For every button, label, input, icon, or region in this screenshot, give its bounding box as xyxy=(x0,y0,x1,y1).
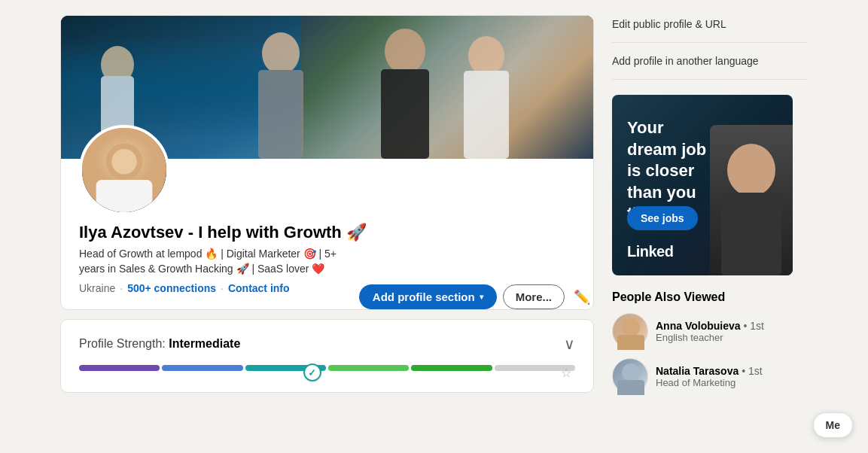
progress-bar-container: ✓ ☆ xyxy=(79,365,575,377)
strength-prefix: Profile Strength: xyxy=(79,337,166,350)
person-2-name[interactable]: Natalia Tarasova • 1st xyxy=(656,365,763,377)
see-jobs-button[interactable]: See jobs xyxy=(627,206,698,230)
connections-link[interactable]: 500+ connections xyxy=(127,282,216,294)
edit-public-profile-link[interactable]: Edit public profile & URL xyxy=(612,15,808,33)
person-1-name[interactable]: Anna Volobuieva • 1st xyxy=(656,320,764,332)
person-avatar-2 xyxy=(612,358,648,394)
strength-level: Intermediate xyxy=(169,337,240,350)
svg-rect-5 xyxy=(381,69,429,159)
page-layout: Add profile section ▾ More... ✏️ Ilya Az… xyxy=(0,0,868,418)
more-label: More... xyxy=(516,290,552,303)
add-language-link[interactable]: Add profile in another language xyxy=(612,52,808,70)
progress-segments xyxy=(79,365,575,371)
svg-rect-12 xyxy=(721,193,781,275)
strength-collapse-button[interactable]: ∨ xyxy=(564,335,575,353)
pencil-icon: ✏️ xyxy=(574,290,590,305)
person-1-degree: • 1st xyxy=(743,320,763,332)
svg-rect-7 xyxy=(464,71,509,159)
people-also-viewed-title: People Also Viewed xyxy=(612,290,808,304)
floating-me-button[interactable]: Me xyxy=(813,412,853,438)
progress-star-icon[interactable]: ☆ xyxy=(557,363,575,382)
progress-segment-1 xyxy=(79,365,160,371)
profile-card: Add profile section ▾ More... ✏️ Ilya Az… xyxy=(60,15,594,310)
cover-person-figure-3 xyxy=(370,20,441,159)
svg-point-4 xyxy=(385,29,425,74)
floating-me-label: Me xyxy=(826,419,840,431)
svg-point-15 xyxy=(622,363,640,382)
ad-box: Your dream job is closer than you think … xyxy=(612,95,793,275)
contact-info-link[interactable]: Contact info xyxy=(228,282,290,294)
add-profile-section-label: Add profile section xyxy=(373,290,475,303)
add-profile-section-button[interactable]: Add profile section ▾ xyxy=(359,284,497,309)
progress-segment-2 xyxy=(162,365,242,371)
person-1-title: English teacher xyxy=(656,332,764,343)
progress-segment-5 xyxy=(411,365,492,371)
sidebar-divider-2 xyxy=(612,79,808,80)
headline-line-2: years in Sales & Growth Hacking 🚀 | SaaS… xyxy=(79,263,324,275)
headline-line-1: Head of Growth at lempod 🔥 | Digital Mar… xyxy=(79,248,337,260)
avatar xyxy=(79,125,169,215)
person-1-info: Anna Volobuieva • 1st English teacher xyxy=(656,320,764,343)
person-2-degree: • 1st xyxy=(742,365,762,377)
profile-location: Ukraine xyxy=(79,282,115,294)
svg-point-13 xyxy=(622,318,640,336)
person-avatar-1 xyxy=(612,313,648,349)
svg-rect-14 xyxy=(617,335,644,350)
strength-header: Profile Strength: Intermediate ∨ xyxy=(79,335,575,353)
svg-rect-16 xyxy=(617,380,644,395)
people-also-viewed-section: People Also Viewed Anna Volobuieva • 1st… xyxy=(612,290,808,403)
cover-person-figure-4 xyxy=(455,27,519,159)
ad-person-image xyxy=(710,125,793,275)
svg-point-10 xyxy=(111,149,137,175)
profile-headline: Head of Growth at lempod 🔥 | Digital Mar… xyxy=(79,247,575,276)
person-2-info: Natalia Tarasova • 1st Head of Marketing xyxy=(656,365,763,388)
chevron-down-icon: ▾ xyxy=(480,293,483,301)
svg-point-2 xyxy=(262,32,300,74)
more-button[interactable]: More... xyxy=(503,284,565,309)
person-2-avatar-illustration xyxy=(613,359,649,395)
linkedin-logo: Linked xyxy=(627,243,673,260)
edit-button[interactable]: ✏️ xyxy=(571,286,593,309)
person-item-1: Anna Volobuieva • 1st English teacher xyxy=(612,313,808,349)
progress-checkmark-icon: ✓ xyxy=(303,363,321,382)
cover-right-photo xyxy=(300,16,593,159)
profile-info-area: Add profile section ▾ More... ✏️ Ilya Az… xyxy=(61,159,593,309)
profile-name: Ilya Azovtsev - I help with Growth 🚀 xyxy=(79,223,575,242)
svg-point-11 xyxy=(727,144,775,196)
right-sidebar: Edit public profile & URL Add profile in… xyxy=(612,15,808,403)
person-2-title: Head of Marketing xyxy=(656,377,763,388)
svg-point-6 xyxy=(468,36,504,75)
action-buttons: Add profile section ▾ More... ✏️ xyxy=(359,284,593,309)
avatar-illustration xyxy=(82,128,166,212)
svg-rect-9 xyxy=(96,180,153,212)
main-content: Add profile section ▾ More... ✏️ Ilya Az… xyxy=(60,15,594,403)
strength-title: Profile Strength: Intermediate xyxy=(79,337,240,351)
cover-person-figure-2 xyxy=(247,23,315,159)
svg-rect-3 xyxy=(258,70,303,159)
progress-segment-4 xyxy=(328,365,409,371)
separator-dot-1: · xyxy=(120,282,123,294)
strength-card: Profile Strength: Intermediate ∨ ✓ ☆ xyxy=(60,319,594,393)
separator-dot-2: · xyxy=(221,282,224,294)
sidebar-divider-1 xyxy=(612,42,808,43)
person-1-avatar-illustration xyxy=(613,314,649,350)
ad-person-illustration xyxy=(710,125,793,275)
person-item-2: Natalia Tarasova • 1st Head of Marketing xyxy=(612,358,808,394)
avatar-wrapper xyxy=(79,125,169,215)
